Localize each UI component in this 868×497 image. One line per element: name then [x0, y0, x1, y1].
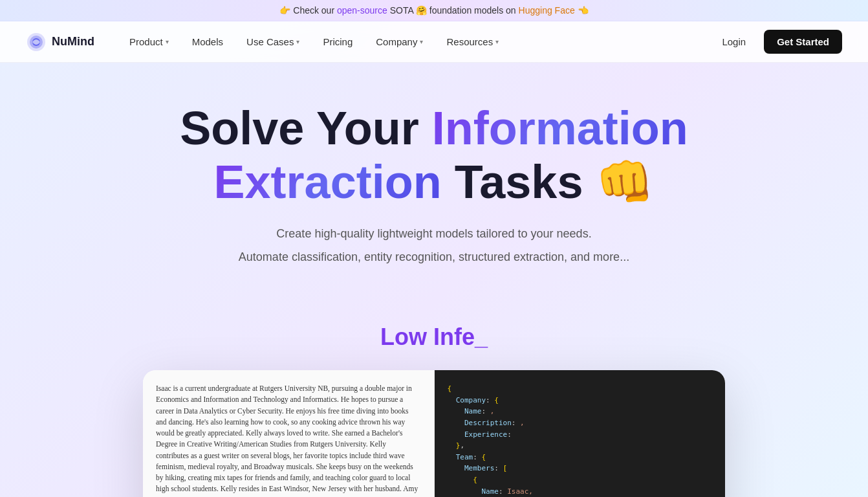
- demo-inner: Isaac is a current undergraduate at Rutg…: [143, 370, 725, 497]
- hero-subtitle1: Create high-quality lightweight models t…: [13, 225, 855, 243]
- get-started-button[interactable]: Get Started: [764, 30, 842, 54]
- login-button[interactable]: Login: [711, 31, 756, 52]
- logo-icon: [26, 32, 47, 52]
- demo-wrapper: Isaac is a current undergraduate at Rutg…: [130, 370, 738, 497]
- hero-extraction-highlight: Extraction: [214, 156, 442, 208]
- logo-text: NuMind: [52, 35, 94, 49]
- banner-emoji-middle: 🤗: [416, 5, 427, 16]
- use-cases-chevron-icon: ▾: [296, 38, 299, 45]
- banner-open-source-link[interactable]: open-source: [337, 5, 387, 16]
- animated-text: Low Infe_: [0, 324, 868, 351]
- banner-emoji-right: 👈: [578, 5, 589, 16]
- banner-text-middle: SOTA: [390, 5, 416, 16]
- banner-text-before: Check our: [293, 5, 337, 16]
- top-banner: 👉 Check our open-source SOTA 🤗 foundatio…: [0, 0, 868, 21]
- hero-title-before: Solve Your: [180, 102, 431, 154]
- resources-chevron-icon: ▾: [495, 38, 499, 45]
- nav-resources[interactable]: Resources ▾: [437, 31, 508, 52]
- nav-actions: Login Get Started: [711, 30, 842, 54]
- demo-text-panel: Isaac is a current undergraduate at Rutg…: [143, 370, 435, 497]
- nav-use-cases[interactable]: Use Cases ▾: [237, 31, 309, 52]
- banner-text-after: foundation models on: [429, 5, 519, 16]
- company-chevron-icon: ▾: [420, 38, 423, 45]
- demo-json-content: { Company: { Name: , Description: , Expe…: [448, 383, 713, 497]
- banner-emoji-left: 👉: [279, 5, 290, 16]
- nav-product[interactable]: Product ▾: [120, 31, 178, 52]
- hero-title-highlight: Information: [432, 102, 688, 154]
- hero-section: Solve Your Information Extraction Tasks …: [0, 63, 868, 298]
- hero-subtitle2: Automate classification, entity recognit…: [13, 248, 855, 267]
- product-chevron-icon: ▾: [166, 38, 169, 45]
- hero-tasks: Tasks: [442, 156, 596, 208]
- demo-text-content: Isaac is a current undergraduate at Rutg…: [156, 383, 421, 497]
- banner-hugging-face-text: Hugging Face: [519, 5, 575, 16]
- logo[interactable]: NuMind: [26, 32, 94, 52]
- banner-hugging-face-link[interactable]: Hugging Face: [519, 5, 575, 16]
- nav-links: Product ▾ Models Use Cases ▾ Pricing Com…: [120, 31, 711, 52]
- hero-title: Solve Your Information Extraction Tasks …: [13, 102, 855, 209]
- banner-open-source-text: open-source: [337, 5, 387, 16]
- nav-pricing[interactable]: Pricing: [314, 31, 362, 52]
- demo-outer: Isaac is a current undergraduate at Rutg…: [143, 370, 725, 497]
- demo-json-panel: { Company: { Name: , Description: , Expe…: [435, 370, 726, 497]
- nav-company[interactable]: Company ▾: [367, 31, 432, 52]
- hero-emoji: 👊: [596, 156, 654, 208]
- nav-models[interactable]: Models: [183, 31, 232, 52]
- navbar: NuMind Product ▾ Models Use Cases ▾ Pric…: [0, 21, 868, 63]
